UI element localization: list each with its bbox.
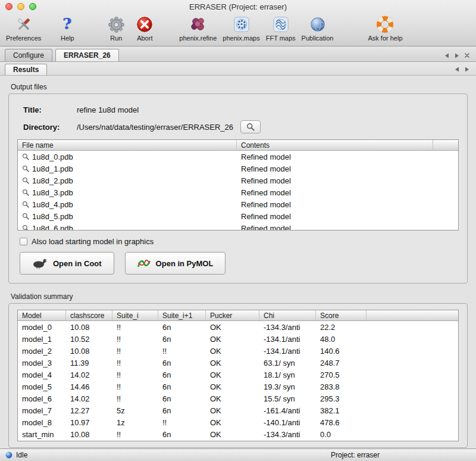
open-directory-button[interactable] — [240, 120, 261, 133]
suite-i-cell: !! — [112, 430, 158, 439]
validation-row[interactable]: start_min 10.08 !! 6n OK -134.3/anti 0.0 — [18, 428, 458, 440]
file-row[interactable]: 1u8d_2.pdb Refined model — [18, 175, 458, 186]
abort-x-icon — [134, 14, 155, 35]
tab-erraser-26[interactable]: ERRASER_26 — [55, 49, 119, 61]
column-header-clashscore[interactable]: clashscore — [66, 310, 112, 320]
publication-globe-icon — [307, 14, 328, 35]
magnifier-icon — [22, 177, 29, 184]
close-button[interactable] — [5, 3, 12, 10]
pymol-ribbon-icon — [137, 258, 151, 269]
directory-value: /Users/nat/data/testing/erraser/ERRASER_… — [77, 123, 233, 132]
validation-row[interactable]: model_2 10.08 !! !! OK -134.1/anti 140.6 — [18, 345, 458, 357]
window-title: ERRASER (Project: erraser) — [36, 2, 440, 11]
column-header-suite-i[interactable]: Suite_i — [112, 310, 158, 320]
sub-tab-scroll-right-icon[interactable] — [464, 66, 470, 72]
pucker-cell: OK — [206, 335, 259, 344]
minimize-button[interactable] — [17, 3, 24, 10]
toolbar-item-phenix-refine[interactable]: phenix.refine — [179, 14, 217, 42]
validation-row[interactable]: model_0 10.08 !! 6n OK -134.3/anti 22.2 — [18, 321, 458, 333]
tab-scroll-right-icon[interactable] — [454, 52, 460, 58]
model-cell: model_1 — [18, 335, 66, 344]
status-text: Idle — [16, 451, 27, 459]
column-header-score[interactable]: Score — [316, 310, 367, 320]
file-contents-cell: Refined model — [237, 176, 433, 185]
validation-row[interactable]: model_8 10.97 1z !! OK -140.1/anti 478.6 — [18, 416, 458, 428]
load-starting-model-checkbox[interactable] — [20, 238, 27, 245]
file-contents-cell: Refined model — [237, 212, 433, 221]
model-cell: model_2 — [18, 347, 66, 356]
file-row[interactable]: 1u8d_5.pdb Refined model — [18, 210, 458, 222]
output-files-table-header: File name Contents — [18, 140, 458, 151]
clashscore-cell: 12.27 — [66, 406, 112, 415]
validation-row[interactable]: model_6 14.02 !! 6n OK 15.5/ syn 295.3 — [18, 393, 458, 404]
open-in-pymol-button[interactable]: Open in PyMOL — [125, 252, 226, 275]
toolbar-item-abort[interactable]: Abort — [134, 14, 155, 42]
tab-scroll-left-icon[interactable] — [444, 52, 450, 58]
chi-cell: 19.3/ syn — [259, 382, 316, 391]
validation-row[interactable]: model_1 10.52 !! 6n OK -134.1/anti 48.0 — [18, 333, 458, 345]
status-left: Idle — [5, 451, 27, 459]
toolbar-item-phenix-maps[interactable]: phenix.maps — [223, 14, 259, 42]
titlebar[interactable]: ERRASER (Project: erraser) — [0, 0, 476, 13]
sub-tab-controls — [454, 66, 471, 75]
suite-i1-cell: 6n — [158, 382, 206, 391]
validation-row[interactable]: model_5 14.46 !! 6n OK 19.3/ syn 283.8 — [18, 381, 458, 393]
suite-i1-cell: !! — [158, 347, 206, 356]
toolbar-item-run[interactable]: Run — [105, 14, 127, 42]
column-header-chi[interactable]: Chi — [259, 310, 316, 320]
open-in-coot-button[interactable]: Open in Coot — [20, 252, 114, 275]
toolbar-item-publication[interactable]: Publication — [302, 14, 334, 42]
toolbar-item-fft-maps[interactable]: FFT maps — [266, 14, 296, 42]
toolbar-item-preferences[interactable]: Preferences — [6, 14, 41, 42]
file-row[interactable]: 1u8d_3.pdb Refined model — [18, 186, 458, 198]
file-row[interactable]: 1u8d_6.pdb Refined model — [18, 222, 458, 230]
refine-molecule-icon — [187, 14, 209, 35]
window-chrome: ERRASER (Project: erraser) Preferences ?… — [0, 0, 476, 46]
file-name-cell: 1u8d_2.pdb — [18, 176, 237, 185]
toolbar-label: Run — [110, 35, 122, 42]
sub-tab-scroll-left-icon[interactable] — [454, 66, 460, 72]
suite-i1-cell: 6n — [158, 370, 206, 379]
column-header-model[interactable]: Model — [18, 310, 66, 320]
file-row[interactable]: 1u8d_0.pdb Refined model — [18, 151, 458, 163]
chi-cell: -161.4/anti — [259, 406, 316, 415]
suite-i-cell: !! — [112, 359, 158, 367]
column-header-file-name[interactable]: File name — [18, 140, 237, 150]
file-contents-cell: Refined model — [237, 152, 433, 161]
toolbar-item-help[interactable]: ? ? Help — [57, 14, 78, 42]
title-value: refine 1u8d model — [77, 105, 139, 114]
validation-row[interactable]: model_7 12.27 5z 6n OK -161.4/anti 382.1 — [18, 404, 458, 416]
fft-maps-icon — [270, 14, 292, 35]
toolbar-label: phenix.maps — [223, 35, 259, 42]
clashscore-cell: 10.08 — [66, 347, 112, 356]
open-in-pymol-label: Open in PyMOL — [156, 259, 214, 268]
tab-results[interactable]: Results — [5, 64, 47, 75]
toolbar-item-ask-for-help[interactable]: Ask for help — [368, 14, 402, 42]
tab-controls — [444, 52, 471, 61]
validation-table-header: Model clashscore Suite_i Suite_i+1 Pucke… — [18, 310, 458, 321]
validation-row[interactable]: model_4 14.02 !! 6n OK 18.1/ syn 270.5 — [18, 369, 458, 381]
coot-bird-icon — [32, 257, 48, 269]
column-header-suite-i1[interactable]: Suite_i+1 — [158, 310, 206, 320]
toolbar-label: Preferences — [6, 35, 41, 42]
clashscore-cell: 11.39 — [66, 359, 112, 367]
tab-configure[interactable]: Configure — [5, 49, 52, 61]
tab-close-icon[interactable] — [464, 52, 470, 58]
results-tabbar: Results — [0, 62, 476, 76]
zoom-button[interactable] — [29, 3, 36, 10]
load-starting-model-row: Also load starting model in graphics — [20, 237, 461, 246]
validation-row[interactable]: model_3 11.39 !! 6n OK 63.1/ syn 248.7 — [18, 357, 458, 369]
pucker-cell: OK — [206, 347, 259, 356]
title-row: Title: refine 1u8d model — [23, 103, 461, 116]
chi-cell: 15.5/ syn — [259, 394, 316, 403]
suite-i-cell: !! — [112, 370, 158, 379]
file-row[interactable]: 1u8d_4.pdb Refined model — [18, 198, 458, 210]
suite-i-cell: !! — [112, 335, 158, 344]
suite-i-cell: !! — [112, 347, 158, 356]
column-header-pucker[interactable]: Pucker — [206, 310, 259, 320]
chi-cell: 18.1/ syn — [259, 370, 316, 379]
column-header-contents[interactable]: Contents — [237, 140, 433, 150]
file-row[interactable]: 1u8d_1.pdb Refined model — [18, 163, 458, 175]
column-header-empty — [367, 310, 458, 320]
pucker-cell: OK — [206, 370, 259, 379]
